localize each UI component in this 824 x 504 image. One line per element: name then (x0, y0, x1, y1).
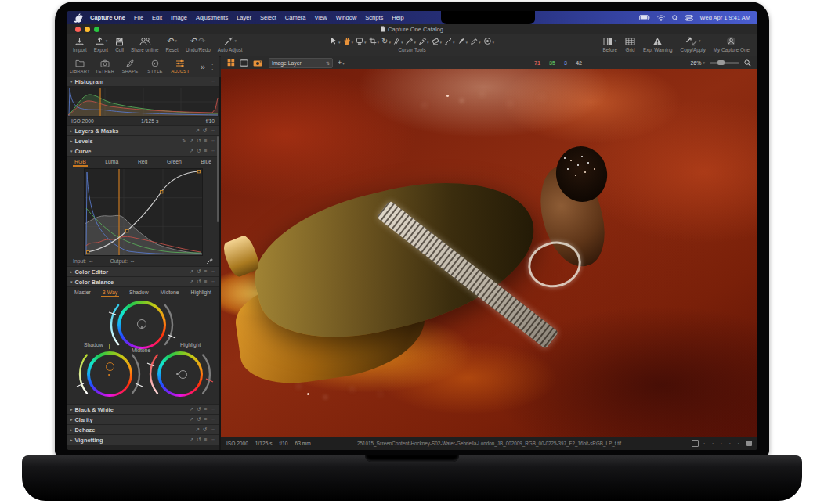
straighten-tool[interactable]: ▾ (393, 37, 403, 45)
copy-apply-button[interactable]: ▾ Copy/Apply (681, 36, 706, 52)
heal-clone-tool[interactable]: ▾ (470, 37, 481, 45)
curve-tab-blue[interactable]: Blue (201, 157, 211, 166)
panel-header-histogram[interactable]: ▾ Histogram ⋯ (67, 77, 219, 86)
reset-icon[interactable]: ↺ (197, 405, 201, 414)
reset-icon[interactable]: ↺ (197, 146, 201, 156)
panel-header-color-editor[interactable]: ▸ Color Editor ↗ ↺ ≡ ⋯ (67, 267, 219, 276)
my-capture-one-button[interactable]: My Capture One (714, 36, 750, 52)
reset-button[interactable]: ↶▾ Reset (165, 36, 178, 52)
copy-adjustments-icon[interactable]: ↗ (190, 277, 193, 286)
menu-help[interactable]: Help (392, 14, 403, 21)
image-viewer[interactable] (221, 69, 757, 437)
panel-header-levels[interactable]: ▸ Levels ✎ ↗ ↺ ≡ ⋯ (67, 136, 219, 146)
curve-graph[interactable] (84, 168, 203, 256)
copy-adjustments-icon[interactable]: ↗ (190, 267, 193, 276)
loupe-tool[interactable]: ▾ (356, 37, 367, 45)
redo-icon[interactable]: ↷ (198, 37, 205, 45)
curve-tab-rgb[interactable]: RGB (74, 157, 86, 166)
curve-tab-luma[interactable]: Luma (105, 157, 118, 166)
select-cursor-tool[interactable]: ▾ (330, 37, 341, 45)
tab-tether[interactable]: TETHER (93, 59, 117, 74)
cb-tab-shadow[interactable]: Shadow (129, 288, 149, 297)
menu-scripts[interactable]: Scripts (365, 14, 383, 21)
wifi-icon[interactable] (657, 15, 665, 21)
export-button[interactable]: ▾ Export (94, 36, 108, 52)
curve-tab-red[interactable]: Red (138, 157, 147, 166)
proof-margin-icon[interactable] (692, 440, 699, 447)
draw-mask-tool[interactable]: ▾ (418, 37, 429, 45)
highlight-indicator[interactable] (179, 370, 187, 379)
crop-tool[interactable]: ▾ (369, 37, 380, 45)
reset-icon[interactable]: ↺ (197, 267, 201, 276)
zoom-slider-knob[interactable] (717, 60, 725, 65)
tab-adjust[interactable]: ADJUST (168, 59, 192, 74)
more-icon[interactable]: ⋯ (211, 425, 216, 434)
panel-header-clarity[interactable]: ▸ Clarity ↗ ↺ ≡ ⋯ (67, 415, 219, 424)
menu-icon[interactable]: ≡ (204, 405, 208, 414)
magnifier-icon[interactable] (744, 56, 751, 70)
cb-tab-master[interactable]: Master (74, 288, 91, 297)
copy-adjustments-icon[interactable]: ↗ (190, 415, 193, 424)
reset-icon[interactable]: ↺ (197, 277, 201, 286)
menu-edit[interactable]: Edit (152, 14, 162, 21)
single-view-icon[interactable] (240, 56, 248, 70)
grid-button[interactable]: Grid (625, 36, 635, 52)
live-view-camera-icon[interactable] (253, 56, 262, 70)
undo-redo-buttons[interactable]: ↶↷ Undo/Redo (186, 36, 211, 52)
menu-icon[interactable]: ≡ (204, 435, 208, 445)
menu-icon[interactable]: ≡ (204, 415, 208, 424)
panel-header-color-balance[interactable]: ▾ Color Balance ↗ ↺ ≡ ⋯ (67, 277, 219, 286)
rotate-tool[interactable]: ↻▾ (381, 38, 391, 45)
more-icon[interactable]: ⋯ (211, 126, 216, 135)
apple-menu-icon[interactable] (75, 13, 82, 22)
layer-select[interactable]: Image Layer ⇅ (269, 58, 333, 68)
menu-icon[interactable]: ≡ (204, 146, 208, 156)
spot-removal-tool[interactable]: ▾ (483, 37, 495, 45)
menu-app-name[interactable]: Capture One (90, 14, 125, 21)
more-icon[interactable]: ⋯ (211, 277, 216, 286)
more-icon[interactable]: ⋯ (211, 77, 216, 86)
menu-image[interactable]: Image (171, 14, 187, 21)
copy-adjustments-icon[interactable]: ↗ (190, 405, 193, 414)
pan-hand-tool[interactable]: ▾ (342, 37, 353, 45)
cb-tab-midtone[interactable]: Midtone (160, 288, 179, 297)
reset-icon[interactable]: ↺ (203, 425, 207, 434)
sidebar-scrollbar[interactable] (217, 136, 219, 222)
copy-adjustments-icon[interactable]: ↗ (190, 136, 193, 146)
undo-icon[interactable]: ↶ (190, 37, 197, 45)
highlight-color-wheel[interactable] (157, 351, 203, 397)
menu-layer[interactable]: Layer (237, 14, 251, 21)
battery-icon[interactable] (639, 15, 650, 20)
menu-view[interactable]: View (315, 14, 327, 21)
copy-adjustments-icon[interactable]: ↗ (196, 425, 200, 434)
pen-icon[interactable]: ✎ (182, 136, 186, 146)
reset-icon[interactable]: ↺ (197, 415, 201, 424)
tab-shape[interactable]: SHAPE (118, 59, 142, 74)
panel-header-vignetting[interactable]: ▸ Vignetting ↗ ↺ ≡ ⋯ (67, 435, 219, 445)
thumbnail-toggle-icon[interactable] (746, 441, 752, 446)
more-icon[interactable]: ⋯ (211, 435, 216, 445)
curve-tab-green[interactable]: Green (167, 157, 182, 166)
control-center-icon[interactable] (685, 15, 693, 21)
erase-mask-tool[interactable]: ▾ (431, 37, 442, 45)
menu-icon[interactable]: ≡ (204, 277, 208, 286)
panel-header-curve[interactable]: ▾ Curve ↗ ↺ ≡ ⋯ (67, 146, 219, 156)
reset-icon[interactable]: ↺ (203, 126, 207, 135)
panel-header-black-white[interactable]: ▸ Black & White ↗ ↺ ≡ ⋯ (67, 405, 219, 414)
shadow-color-wheel[interactable] (87, 351, 132, 397)
reset-icon[interactable]: ↺ (197, 136, 201, 146)
zoom-level-dropdown[interactable]: 26%▾ (690, 60, 705, 66)
copy-adjustments-icon[interactable]: ↗ (190, 146, 193, 156)
curve-picker-icon[interactable] (206, 257, 213, 265)
auto-adjust-button[interactable]: ▾ Auto Adjust (218, 36, 243, 52)
zoom-slider[interactable] (710, 62, 739, 64)
midtone-color-wheel[interactable] (117, 301, 166, 349)
more-icon[interactable]: ⋯ (211, 136, 216, 146)
add-layer-button[interactable]: +▾ (338, 59, 345, 67)
menu-icon[interactable]: ≡ (204, 267, 208, 276)
rating-dots[interactable]: · · · · · (703, 440, 742, 447)
color-picker-tool[interactable]: ▾ (405, 37, 416, 45)
panel-header-layers-masks[interactable]: ▸ Layers & Masks ↗ ↺ ⋯ (67, 126, 219, 135)
copy-adjustments-icon[interactable]: ↗ (196, 126, 200, 135)
exposure-warning-button[interactable]: Exp. Warning (643, 36, 673, 52)
